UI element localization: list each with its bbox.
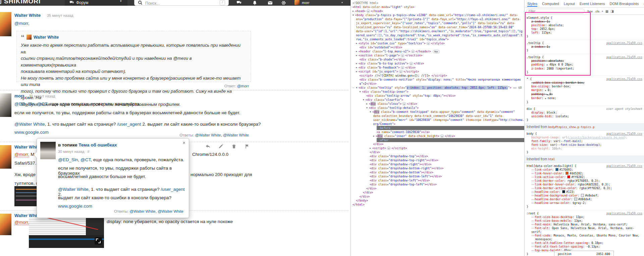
css-property[interactable]: --font-code: Monaco, Menlo, Consolas, Ub… bbox=[527, 234, 642, 238]
css-property[interactable]: font-size: var(--font-size-base-desktop)… bbox=[527, 143, 642, 147]
expand-ellipsis-button[interactable]: … bbox=[426, 42, 430, 45]
search-input[interactable]: Поиск... / bbox=[134, 0, 229, 6]
dom-tree-line[interactable]: </body> bbox=[353, 199, 524, 203]
dom-tree-line[interactable]: ▼ <div class="clearfix"> bbox=[353, 98, 524, 102]
tooltip-text-line[interactable]: @ED_Sln, @CT, еще одна попытка, проверьт… bbox=[58, 157, 184, 162]
dom-tree-line[interactable]: data-user="{"id":1,"url":"https://shikim… bbox=[353, 29, 524, 33]
css-property[interactable]: z-index: 1; bbox=[527, 20, 642, 24]
dom-tree-line[interactable]: </div> bbox=[353, 190, 524, 195]
css-property-value[interactable]: #176093 bbox=[559, 168, 572, 171]
dom-tree-line[interactable]: ::before bbox=[353, 126, 524, 130]
css-property[interactable]: z-index: 1; bbox=[527, 45, 642, 49]
inline-link[interactable]: @CT bbox=[80, 157, 91, 162]
twisty-arrow-icon[interactable]: ▶ bbox=[356, 66, 359, 70]
css-property-value[interactable]: rgba(#176093, 0.3) bbox=[567, 179, 598, 182]
css-property-value[interactable]: border-box bbox=[552, 85, 569, 88]
css-property-value[interactable]: -0.13px bbox=[586, 245, 598, 248]
replies-row[interactable]: Ответы: @Walter White, @Walter White bbox=[0, 133, 249, 137]
stylesheet-link[interactable]: application…71a59.css bbox=[606, 164, 642, 168]
tab-layout[interactable]: Layout bbox=[564, 2, 575, 6]
avatar[interactable] bbox=[0, 12, 11, 36]
dom-tree-line[interactable]: ▶ <script id="js_export">…</script> bbox=[353, 70, 524, 74]
css-property-name[interactable]: --font-alt-hadline-letter-spacing bbox=[531, 241, 588, 245]
new-style-rule-button[interactable]: + bbox=[601, 9, 603, 13]
css-property-name[interactable]: --link-border-active-color bbox=[531, 186, 576, 190]
twisty-arrow-icon[interactable]: ▼ bbox=[359, 90, 362, 94]
dom-tree-line[interactable]: </html> bbox=[353, 203, 524, 207]
grid-toggle-icon[interactable]: ▦ bbox=[605, 9, 608, 13]
dom-tree-line[interactable]: ▶ <style id="custom_css" type="text/css"… bbox=[353, 41, 524, 45]
quote-author-link[interactable]: Walter White bbox=[34, 35, 59, 40]
avatar[interactable] bbox=[0, 93, 11, 117]
inline-link[interactable]: @Walter White bbox=[58, 187, 88, 192]
css-property-value[interactable]: Helvetica Neue, Arial, Verdana, sans-ser… bbox=[554, 223, 626, 226]
css-property[interactable]: --font-alt-text-letter-spacing: -0.13px; bbox=[527, 245, 642, 249]
css-property-name[interactable]: --font-main bbox=[531, 223, 550, 226]
css-property[interactable]: --link-border-color: rgba(#176093, 0.3); bbox=[527, 179, 642, 183]
css-property-name[interactable]: font-family bbox=[531, 139, 550, 143]
dom-tree-line[interactable]: ▼ <div class="tooltip-inner"> bbox=[353, 90, 524, 94]
dom-tree-line[interactable]: <div class="dropshadow-top-left"></div> bbox=[353, 182, 524, 186]
css-property[interactable]: --headline-arrow-color: $gray-2; bbox=[527, 201, 642, 205]
css-property-value[interactable]: rgba(#dd5202, 0.3) bbox=[578, 183, 608, 186]
menu-item-forum[interactable]: Форум bbox=[65, 0, 127, 6]
twisty-arrow-icon[interactable]: ▼ bbox=[356, 86, 359, 90]
tab-styles[interactable]: Styles bbox=[527, 1, 537, 7]
dom-tree-line[interactable]: <div class="b-shade"></div> bbox=[353, 57, 524, 61]
css-property-value[interactable]: block bbox=[547, 111, 555, 114]
twisty-arrow-icon[interactable]: ▶ bbox=[356, 61, 359, 66]
css-property-value[interactable]: isolate bbox=[555, 115, 568, 118]
avatar[interactable] bbox=[0, 145, 11, 169]
dom-tree-line[interactable]: ▼ <div class="b-comment tooltipped" data… bbox=[353, 110, 524, 114]
comment-text-line[interactable]: @ED_Sln, @CT, еще одна попытка, проверьт… bbox=[14, 101, 141, 106]
expand-shorthand-icon[interactable]: ▶ bbox=[547, 63, 549, 66]
comment-author-link[interactable]: Walter White bbox=[14, 13, 41, 18]
css-property[interactable]: --link-border-hover-color: rgba(#dd5202,… bbox=[527, 183, 642, 186]
color-swatch[interactable] bbox=[555, 168, 558, 171]
css-property-name[interactable]: --link-border-color bbox=[531, 179, 564, 182]
dom-tree-line[interactable]: ::after bbox=[353, 138, 524, 142]
css-property-name[interactable]: position bbox=[531, 59, 545, 62]
tab-event-listeners[interactable]: Event Listeners bbox=[580, 2, 605, 6]
avatar[interactable] bbox=[0, 214, 11, 235]
dom-tree-line[interactable]: <div class="dropshadow-bottom-right"></d… bbox=[353, 166, 524, 170]
tab-dom-breakpoints[interactable]: DOM Breakpoints bbox=[610, 2, 639, 6]
avatar[interactable] bbox=[40, 142, 56, 159]
css-property-name[interactable]: z-index bbox=[531, 67, 543, 70]
stylesheet-link[interactable]: application…71a59.css bbox=[606, 77, 642, 81]
pseudo-element-row[interactable]: ::before bbox=[377, 126, 524, 130]
reply-icon[interactable] bbox=[205, 144, 211, 149]
css-property-value[interactable]: none bbox=[548, 96, 554, 100]
dom-tree-line[interactable]: ▶ <div class="inner" data-check_height>…… bbox=[353, 134, 524, 138]
css-property[interactable]: background-image: url(/assets/background… bbox=[527, 136, 642, 139]
bell-icon[interactable] bbox=[252, 0, 257, 5]
dom-tree-line[interactable]: ▶ <div class="b-feedback">…</div> bbox=[353, 66, 524, 70]
css-property-name[interactable]: display bbox=[531, 111, 543, 114]
twisty-arrow-icon[interactable]: ▶ bbox=[356, 49, 359, 53]
color-swatch[interactable] bbox=[567, 175, 570, 178]
color-swatch[interactable] bbox=[574, 198, 577, 201]
dom-tree-line[interactable]: <div class="dropshadow-right"></div> bbox=[353, 162, 524, 166]
expand-shorthand-icon[interactable]: ▶ bbox=[545, 89, 548, 92]
expand-ellipsis-button[interactable]: … bbox=[366, 9, 370, 13]
css-selector[interactable]: * bbox=[527, 77, 528, 81]
inline-link[interactable]: @CT bbox=[37, 101, 47, 106]
css-property-name[interactable]: left bbox=[531, 31, 538, 34]
css-property[interactable]: --link-color: #176093; bbox=[527, 168, 642, 172]
dom-tree-line[interactable]: <div class="dropshadow-top"></div> bbox=[353, 154, 524, 158]
css-property[interactable]: border: ▶ none; bbox=[527, 96, 642, 100]
site-logo[interactable]: SHIKIMORI bbox=[4, 0, 41, 5]
dom-tree-line[interactable]: <div id="outdated"></div> bbox=[353, 45, 524, 49]
dom-tree-line[interactable]: <div class="dropshadow-left"></div> bbox=[353, 178, 524, 182]
css-property-name[interactable]: --headline-border-color bbox=[531, 198, 571, 201]
css-property-value[interactable]: 1 bbox=[547, 45, 548, 48]
expand-ellipsis-button[interactable]: … bbox=[440, 134, 444, 138]
twisty-arrow-icon[interactable]: ▶ bbox=[356, 70, 359, 74]
css-property[interactable]: top: 2852.6px; bbox=[527, 27, 642, 31]
css-property-value[interactable]: 0 bbox=[548, 88, 549, 92]
dom-tree-line[interactable]: <a name="comment-10629830"></a> bbox=[353, 130, 524, 134]
expand-ellipsis-button[interactable]: … bbox=[400, 54, 405, 57]
css-property-name[interactable]: font-size bbox=[531, 143, 547, 146]
messages-icon[interactable] bbox=[236, 0, 241, 5]
css-property-name[interactable]: z-index bbox=[531, 45, 543, 48]
